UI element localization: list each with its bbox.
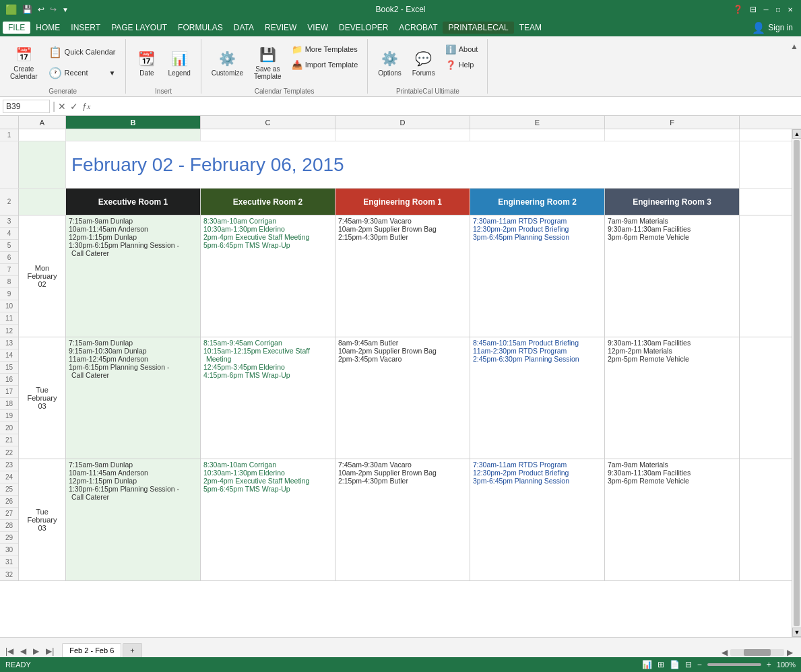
hscroll-right[interactable]: ▶ [787,648,793,657]
cell-a2[interactable] [19,189,66,215]
scroll-thumb[interactable] [794,140,800,626]
date-btn[interactable]: 📆 Date [131,42,162,85]
col-header-a[interactable]: A [19,116,66,129]
quick-calendar-btn[interactable]: 📋 Quick Calendar [44,42,121,62]
day-1-block: 3 4 5 6 7 8 9 10 11 12 Mon February [0,215,792,337]
menu-printablecal[interactable]: PRINTABLECAL [443,22,513,34]
grid-scroll-area[interactable]: 1 February 02 - February 06, 2015 2 [0,129,792,637]
help-ribbon-btn[interactable]: ❓ Help [441,57,482,72]
vertical-scrollbar[interactable]: ▲ ▼ [792,129,801,637]
confirm-formula-icon[interactable]: ✓ [70,101,78,112]
sheet-add-btn[interactable]: + [123,643,141,657]
col-header-c[interactable]: C [201,116,335,129]
day2-eng2[interactable]: 8:45am-10:15am Product Briefing 11am-2:3… [470,337,605,459]
quick-access-save[interactable]: 💾 [22,5,32,14]
sheet-nav-last[interactable]: ▶| [43,645,57,657]
cell-a1[interactable] [19,129,66,141]
formula-input[interactable] [93,100,798,112]
sheet-nav-next[interactable]: ▶ [30,645,42,657]
col-header-b[interactable]: B [66,116,201,129]
day2-eng1[interactable]: 8am-9:45am Butler 10am-2pm Supplier Brow… [335,337,470,459]
cell-f1[interactable] [605,129,740,141]
day2-exec1[interactable]: 7:15am-9am Dunlap 9:15am-10:30am Dunlap … [66,337,201,459]
menu-review[interactable]: REVIEW [259,22,302,34]
day3-eng3[interactable]: 7am-9am Materials 9:30am-11:30am Facilit… [605,459,740,580]
row-num-2: 2 [0,189,19,215]
day-text-1: Mon February 02 [27,264,57,288]
cancel-formula-icon[interactable]: ✕ [58,101,66,112]
sheet-tab-active[interactable]: Feb 2 - Feb 6 [62,643,121,657]
room-header-eng1: Engineering Room 1 [335,189,470,215]
calendar-title-cell[interactable]: February 02 - February 06, 2015 [66,141,740,188]
cell-e1[interactable] [470,129,605,141]
layout-normal-icon[interactable]: ⊞ [658,660,664,669]
quick-access-undo[interactable]: ↩ [38,5,44,14]
hscroll-thumb[interactable] [744,649,771,656]
sign-in[interactable]: 👤 Sign in [746,20,798,36]
hscroll-left[interactable]: ◀ [722,648,728,657]
col-header-f[interactable]: F [605,116,740,129]
menu-view[interactable]: VIEW [302,22,333,34]
day3-eng1[interactable]: 7:45am-9:30am Vacaro 10am-2pm Supplier B… [335,459,470,580]
day3-exec2[interactable]: 8:30am-10am Corrigan 10:30am-1:30pm Elde… [201,459,335,580]
menu-team[interactable]: TEAM [514,22,547,34]
day1-exec1[interactable]: 7:15am-9am Dunlap 10am-11:45am Anderson … [66,215,201,337]
layout-pagebreak-icon[interactable]: ⊟ [685,660,692,669]
minimize-btn[interactable]: ─ [761,4,771,15]
d3e1-event3: 12pm-1:15pm Dunlap [69,477,197,485]
quick-access-more[interactable]: ▼ [62,6,69,13]
layout-page-icon[interactable]: 📄 [670,660,680,669]
insert-function-icon[interactable]: ƒ𝑥 [82,102,90,111]
help-btn[interactable]: ❓ [733,5,743,14]
create-calendar-btn[interactable]: 📅 CreateCalendar [5,42,42,85]
d2e1-event4b: Call Caterer [69,371,197,379]
menu-home[interactable]: HOME [30,22,65,34]
scroll-up-btn[interactable]: ▲ [792,129,801,139]
zoom-out-btn[interactable]: − [697,660,702,669]
col-header-e[interactable]: E [470,116,605,129]
cell-reference[interactable] [3,100,50,113]
maximize-btn[interactable]: □ [773,4,783,15]
import-template-btn[interactable]: 📥 Import Template [288,57,362,72]
ribbon-toggle[interactable]: ⊟ [750,5,757,14]
sheet-nav-prev[interactable]: ◀ [18,645,29,657]
day2-eng3[interactable]: 9:30am-11:30am Facilities 12pm-2pm Mater… [605,337,740,459]
cell-b1[interactable] [66,129,201,141]
more-templates-btn[interactable]: 📁 More Templates [288,42,362,57]
menu-acrobat[interactable]: ACROBAT [393,22,443,34]
expand-ribbon-btn[interactable]: ▲ [790,42,798,51]
rn10: 10 [0,300,18,312]
cell-c1[interactable] [201,129,335,141]
forums-btn[interactable]: 💬 Forums [408,42,440,85]
menu-insert[interactable]: INSERT [65,22,106,34]
scroll-down-btn[interactable]: ▼ [792,628,801,637]
day3-exec1[interactable]: 7:15am-9am Dunlap 10am-11:45am Anderson … [66,459,201,580]
sheet-nav-first[interactable]: |◀ [3,645,16,657]
quick-access-redo[interactable]: ↪ [50,5,57,14]
recent-btn[interactable]: 🕐 Recent ▼ [44,63,121,82]
cell-a-title[interactable] [19,141,66,188]
menu-page-layout[interactable]: PAGE LAYOUT [106,22,172,34]
save-as-template-btn[interactable]: 💾 Save asTemplate [249,42,286,85]
options-btn[interactable]: ⚙️ Options [373,42,406,85]
customize-btn[interactable]: ⚙️ Customize [207,42,248,85]
zoom-slider[interactable] [707,663,761,666]
menu-developer[interactable]: DEVELOPER [333,22,393,34]
cell-d1[interactable] [335,129,470,141]
menu-formulas[interactable]: FORMULAS [172,22,228,34]
legend-btn[interactable]: 📊 Legend [163,42,195,85]
day1-exec2[interactable]: 8:30am-10am Corrigan 10:30am-1:30pm Elde… [201,215,335,337]
day3-eng2[interactable]: 7:30am-11am RTDS Program 12:30pm-2pm Pro… [470,459,605,580]
close-btn[interactable]: ✕ [785,4,796,15]
menu-data[interactable]: DATA [228,22,259,34]
day1-eng3[interactable]: 7am-9am Materials 9:30am-11:30am Facilit… [605,215,740,337]
about-btn[interactable]: ℹ️ About [441,42,482,57]
day1-eng1[interactable]: 7:45am-9:30am Vacaro 10am-2pm Supplier B… [335,215,470,337]
day2-exec2[interactable]: 8:15am-9:45am Corrigan 10:15am-12:15pm E… [201,337,335,459]
hscroll-track[interactable] [730,649,784,656]
day1-eng2[interactable]: 7:30am-11am RTDS Program 12:30pm-2pm Pro… [470,215,605,337]
status-bar: READY 📊 ⊞ 📄 ⊟ − + 100% [0,657,801,672]
col-header-d[interactable]: D [335,116,470,129]
menu-file[interactable]: FILE [3,22,30,34]
zoom-in-btn[interactable]: + [767,660,771,669]
